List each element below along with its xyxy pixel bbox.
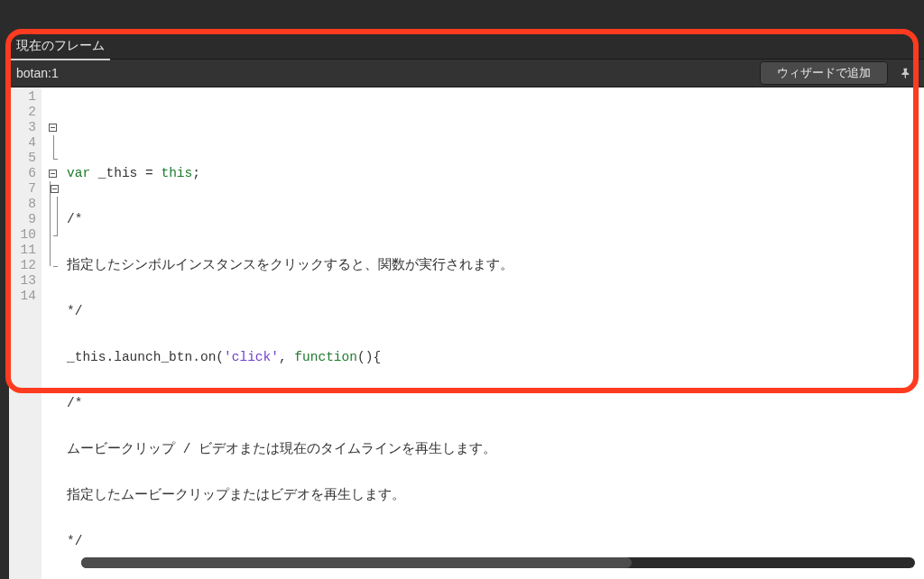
code-line[interactable]: 指定したムービークリップまたはビデオを再生します。	[67, 488, 919, 503]
toolbar: botan:1 ウィザードで追加	[9, 59, 924, 87]
line-number: 7	[9, 181, 36, 197]
horizontal-scrollbar[interactable]	[81, 557, 915, 568]
line-number: 12	[9, 258, 36, 273]
line-number: 9	[9, 212, 36, 227]
line-number: 10	[9, 227, 36, 243]
fold-toggle-icon[interactable]	[49, 170, 57, 178]
code-area[interactable]: var _this = this; /* 指定したシンボルインスタンスをクリック…	[65, 87, 924, 579]
code-line[interactable]	[67, 120, 919, 135]
code-line[interactable]: ムービークリップ / ビデオまたは現在のタイムラインを再生します。	[67, 442, 919, 457]
line-number: 1	[9, 89, 36, 105]
fold-toggle-icon[interactable]	[49, 124, 57, 132]
file-label: botan:1	[16, 66, 753, 80]
line-number: 3	[9, 120, 36, 135]
fold-toggle-icon[interactable]	[51, 185, 59, 193]
line-number: 14	[9, 289, 36, 304]
line-number: 11	[9, 243, 36, 258]
code-line[interactable]: 指定したシンボルインスタンスをクリックすると、関数が実行されます。	[67, 258, 919, 273]
line-number-gutter: 1 2 3 4 5 6 7 8 9 10 11 12 13 14	[9, 87, 42, 579]
scrollbar-thumb[interactable]	[81, 557, 632, 568]
wizard-add-button[interactable]: ウィザードで追加	[760, 61, 888, 85]
line-number: 13	[9, 273, 36, 289]
line-number: 2	[9, 105, 36, 120]
line-number: 5	[9, 151, 36, 166]
line-number: 8	[9, 197, 36, 212]
pin-icon[interactable]	[895, 66, 917, 80]
code-line[interactable]: /*	[67, 212, 919, 227]
code-editor[interactable]: 1 2 3 4 5 6 7 8 9 10 11 12 13 14	[9, 87, 924, 579]
panel-title-row: 現在のフレーム	[9, 33, 924, 59]
code-line[interactable]: /*	[67, 396, 919, 411]
code-line[interactable]: */	[67, 534, 919, 549]
code-line[interactable]: var _this = this;	[67, 166, 919, 181]
line-number: 6	[9, 166, 36, 181]
code-line[interactable]: _this.launch_btn.on('click', function(){	[67, 350, 919, 365]
line-number: 4	[9, 135, 36, 151]
panel-title: 現在のフレーム	[16, 38, 105, 54]
actions-panel: 現在のフレーム botan:1 ウィザードで追加 1 2 3 4 5 6 7 8…	[9, 33, 924, 579]
fold-column	[42, 87, 65, 579]
code-line[interactable]: */	[67, 304, 919, 319]
